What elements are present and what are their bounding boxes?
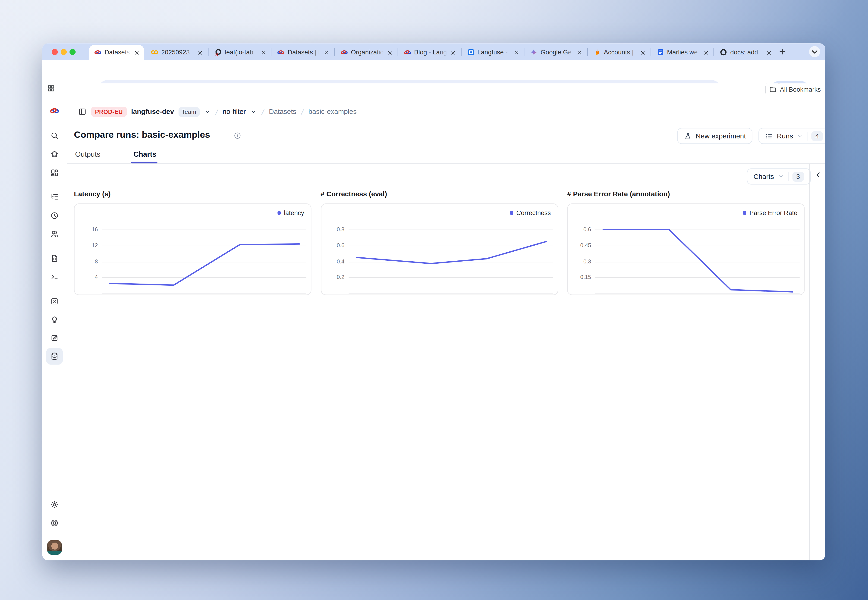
tab-close-icon[interactable] [576,49,583,56]
traffic-light-zoom-icon[interactable] [70,48,76,55]
y-axis-tick-label: 0.4 [322,258,344,264]
sidebar-item-home-icon[interactable] [50,150,59,158]
charts-dropdown-button[interactable]: Charts 3 [747,168,810,185]
app-sidebar [42,95,67,560]
env-badge: PROD-EU [91,107,127,117]
breadcrumb-item[interactable]: basic-examples [308,108,357,116]
sidebar-item-playground-icon[interactable] [50,273,59,281]
line-chart-plot [348,208,554,293]
tab-close-icon[interactable] [323,49,330,56]
browser-tab[interactable]: Accounts | [588,45,650,60]
sidebar-item-evaluators-icon[interactable] [50,315,59,324]
chart-title: # Parse Error Rate (annotation) [567,190,670,198]
breadcrumb-project[interactable]: no-filter [223,108,246,116]
tab-close-icon[interactable] [639,49,646,56]
button-divider [807,132,807,140]
line-chart-plot [595,208,801,293]
sidebar-item-search-icon[interactable] [50,131,59,140]
browser-tab[interactable]: Datasets | L [89,45,144,60]
browser-tab[interactable]: 6Langfuse - [462,45,524,60]
tab-divider [587,48,587,56]
tab-title-fade [501,48,510,58]
tab-close-icon[interactable] [197,49,203,56]
browser-tab[interactable]: docs: add [715,45,777,60]
new-tab-button[interactable] [778,48,786,56]
tab-close-icon[interactable] [766,49,772,56]
tab-charts[interactable]: Charts [134,150,156,158]
browser-tab[interactable]: Blog - Lang [399,45,460,60]
support-lifebuoy-icon[interactable] [50,518,59,527]
info-icon[interactable] [234,132,241,139]
browser-tab[interactable]: Datasets | L [272,45,334,60]
sidebar-toggle-icon[interactable] [78,107,86,116]
y-axis-tick-label: 12 [76,242,98,248]
apps-grid-icon[interactable] [47,85,55,92]
y-axis-tick-label: 0.2 [322,274,344,280]
gridline [348,294,553,294]
tab-outputs[interactable]: Outputs [75,150,100,158]
y-axis-tick-label: 0.6 [569,226,591,232]
gridline [595,294,800,294]
runs-dropdown-button[interactable]: Runs 4 [759,128,825,144]
sidebar-item-annotation-icon[interactable] [50,333,59,342]
sidebar-item-scores-icon[interactable] [50,297,59,306]
tab-title-fade [754,48,763,58]
tab-overflow-chevron-icon[interactable] [809,46,820,57]
browser-tab[interactable]: Google Ge [525,45,587,60]
y-axis-tick-label: 0.3 [569,258,591,264]
tab-divider [208,48,208,56]
org-chevron-down-icon[interactable] [204,108,211,115]
button-divider [788,172,788,181]
github-favicon [720,48,728,56]
tab-close-icon[interactable] [134,49,140,56]
sidebar-item-tracing-icon[interactable] [50,192,59,201]
page-title: Compare runs: basic-examples [74,129,210,140]
tab-close-icon[interactable] [513,49,520,56]
project-chevron-down-icon[interactable] [250,108,257,115]
gridline [102,294,307,294]
chart-card: latency161284 [74,203,311,295]
traffic-light-close-icon[interactable] [52,48,58,55]
svg-text:6: 6 [470,50,472,54]
tab-close-icon[interactable] [703,49,709,56]
all-bookmarks-label[interactable]: All Bookmarks [780,86,821,93]
breadcrumb-section[interactable]: Datasets [269,108,296,116]
browser-tab[interactable]: Marlies we [651,45,713,60]
chart-title: Latency (s) [74,190,111,198]
sidebar-item-dashboards-icon[interactable] [50,168,59,177]
sidebar-item-datasets-icon[interactable] [50,352,59,361]
sidebar-item-prompts-icon[interactable] [50,254,59,263]
charts-panel: Charts 3 Latency (s)latency161284# Corre… [67,164,825,560]
tab-close-icon[interactable] [387,49,393,56]
folder-icon [769,86,777,94]
desktop-wallpaper: Datasets | L20250923feat(io-tabDatasets … [0,0,868,600]
new-experiment-button[interactable]: New experiment [677,128,753,144]
tab-divider [461,48,461,56]
charts-dropdown-label: Charts [753,173,774,180]
tab-close-icon[interactable] [450,49,457,56]
tab-divider [334,48,335,56]
runs-count-badge: 4 [812,131,823,141]
tab-close-icon[interactable] [260,49,267,56]
y-axis-tick-label: 0.6 [322,242,344,248]
breadcrumb-org[interactable]: langfuse-dev [131,108,174,116]
flask-icon [684,132,692,140]
browser-tab[interactable]: 20250923 [146,45,208,60]
list-icon [765,132,773,140]
langfuse-logo-icon[interactable] [50,106,59,115]
collapse-chevron-left-icon[interactable] [815,171,822,179]
settings-gear-icon[interactable] [50,500,59,509]
traffic-light-minimize-icon[interactable] [61,48,67,55]
tab-title-fade [249,48,257,58]
tab-divider [713,48,714,56]
user-avatar[interactable] [47,540,62,555]
chart-card: Parse Error Rate0.60.450.30.15 [567,203,804,295]
sidebar-item-sessions-icon[interactable] [50,211,59,220]
tab-divider [398,48,398,56]
browser-tab[interactable]: feat(io-tab [209,45,271,60]
langfuse-favicon [94,48,102,56]
sidebar-item-users-icon[interactable] [50,230,59,238]
browser-tab[interactable]: Organizatio [335,45,397,60]
breadcrumb: PROD-EU langfuse-dev Team / no-filter / … [67,105,825,119]
bookmarks-divider [765,86,765,93]
